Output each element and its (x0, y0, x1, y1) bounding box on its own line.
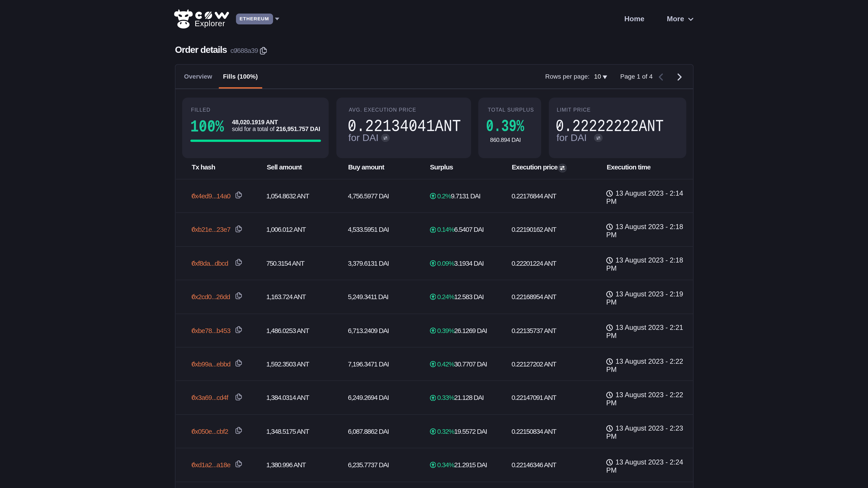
svg-text:Explorer: Explorer (195, 19, 225, 28)
